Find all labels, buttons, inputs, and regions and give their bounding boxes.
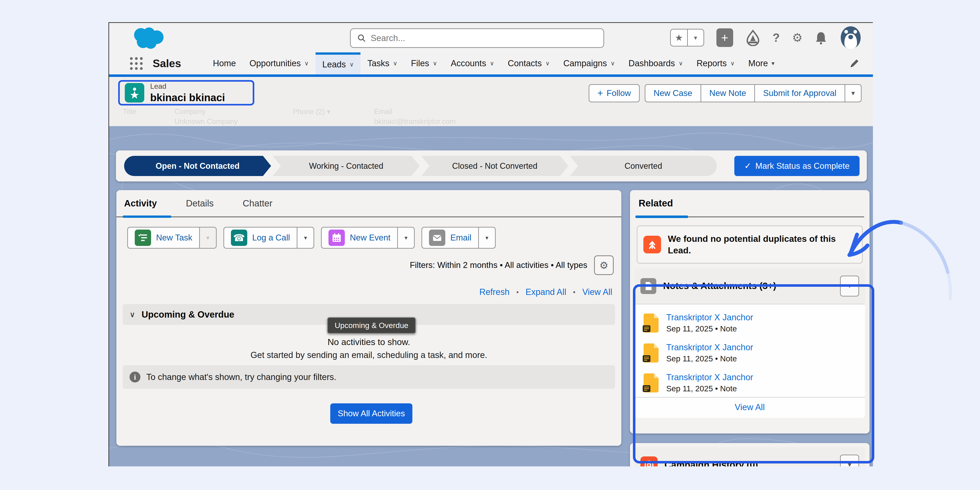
refresh-link[interactable]: Refresh [479, 287, 509, 297]
nav-item-accounts[interactable]: Accounts∨ [444, 52, 501, 75]
new-task-button[interactable]: New Task [128, 228, 199, 248]
new-task-button-group: New Task ▾ [127, 227, 216, 249]
path-stage-working[interactable]: Working - Contacted [273, 156, 420, 176]
campaign-history-header: Campaign History (0) ▼ [635, 447, 865, 466]
global-search[interactable] [350, 29, 604, 48]
favorites-star-icon[interactable]: ★ [671, 30, 687, 46]
record-action-buttons: + Follow New Case New Note Submit for Ap… [589, 84, 862, 102]
campaign-icon [640, 457, 658, 467]
note-list-item: Transkriptor X Janchor Sep 11, 2025 • No… [642, 313, 753, 333]
note-type-icon [642, 313, 660, 333]
view-all-link[interactable]: View All [582, 287, 612, 297]
campaign-history-dropdown[interactable]: ▼ [840, 455, 859, 467]
user-avatar[interactable] [839, 26, 862, 49]
note-type-icon [642, 343, 660, 363]
search-icon [357, 33, 366, 43]
nav-item-home[interactable]: Home [206, 52, 242, 75]
note-meta: Sep 11, 2025 • Note [666, 384, 753, 393]
chevron-down-icon[interactable]: ∨ [349, 61, 354, 68]
follow-button[interactable]: + Follow [589, 84, 640, 102]
tab-details[interactable]: Details [186, 198, 214, 208]
info-icon: i [129, 372, 140, 382]
nav-item-leads[interactable]: Leads∨ [315, 52, 361, 75]
submit-for-approval-button[interactable]: Submit for Approval [754, 85, 845, 102]
help-icon[interactable]: ? [773, 31, 780, 45]
nav-item-campaigns[interactable]: Campaigns∨ [557, 52, 622, 75]
favorites-button[interactable]: ★ ▾ [670, 29, 704, 46]
note-list-item: Transkriptor X Janchor Sep 11, 2025 • No… [642, 342, 753, 363]
global-actions-icon[interactable]: + [716, 29, 733, 47]
guidance-center-icon[interactable] [745, 29, 760, 46]
email-button-group: Email ▾ [422, 227, 496, 249]
notes-view-all-link[interactable]: View All [735, 402, 765, 412]
record-tabs: Activity Details Chatter [116, 190, 621, 217]
nav-item-dashboards[interactable]: Dashboards∨ [622, 52, 690, 75]
nav-item-files[interactable]: Files∨ [404, 52, 444, 75]
chevron-down-icon: ∨ [129, 310, 135, 319]
record-body: Open - Not Contacted Working - Contacted… [109, 126, 873, 466]
mark-status-complete-button[interactable]: ✓ Mark Status as Complete [734, 156, 859, 176]
notes-attachments-dropdown[interactable]: ▼ [840, 275, 859, 296]
plus-icon: + [598, 88, 603, 99]
check-icon: ✓ [744, 161, 751, 171]
salesforce-logo [129, 25, 170, 53]
path-stages: Open - Not Contacted Working - Contacted… [124, 156, 717, 176]
note-list-item: Transkriptor X Janchor Sep 11, 2025 • No… [642, 372, 753, 393]
note-link[interactable]: Transkriptor X Janchor [666, 342, 753, 352]
new-case-button[interactable]: New Case [645, 85, 700, 102]
list-divider [635, 397, 865, 398]
tab-chatter[interactable]: Chatter [243, 198, 272, 208]
sales-path-card: Open - Not Contacted Working - Contacted… [116, 150, 867, 181]
show-all-activities-button[interactable]: Show All Activities [330, 403, 412, 424]
note-link[interactable]: Transkriptor X Janchor [666, 313, 753, 322]
favorites-dropdown-icon[interactable]: ▾ [687, 30, 703, 46]
notifications-bell-icon[interactable] [815, 31, 827, 45]
empty-state-hint: Get started by sending an email, schedul… [116, 350, 621, 360]
lead-record-header: Title Company Phone (2) ▾ Email Unknown … [109, 77, 873, 126]
app-navigation: Sales Home Opportunities∨ Leads∨ Tasks∨ … [109, 52, 873, 75]
note-link[interactable]: Transkriptor X Janchor [666, 372, 753, 382]
nav-item-tasks[interactable]: Tasks∨ [361, 52, 404, 75]
email-button[interactable]: Email [422, 228, 478, 248]
new-note-button[interactable]: New Note [700, 85, 754, 102]
path-stage-converted[interactable]: Converted [570, 156, 717, 176]
nav-item-reports[interactable]: Reports∨ [690, 52, 741, 75]
header-icon-bar: ★ ▾ + ? ⚙ [670, 23, 862, 52]
duplicates-message: We found no potential duplicates of this… [668, 233, 856, 256]
tab-related[interactable]: Related [639, 198, 673, 209]
email-dropdown[interactable]: ▾ [478, 228, 495, 248]
chevron-down-icon: ∨ [304, 60, 309, 67]
log-a-call-button-group: ☎ Log a Call ▾ [223, 227, 314, 249]
tab-activity[interactable]: Activity [124, 198, 157, 208]
activity-filters-summary: Filters: Within 2 months • All activitie… [410, 261, 587, 270]
nav-item-more[interactable]: More▾ [741, 52, 781, 75]
path-stage-open[interactable]: Open - Not Contacted [124, 156, 271, 176]
salesforce-window: ★ ▾ + ? ⚙ [108, 22, 873, 466]
new-task-dropdown[interactable]: ▾ [199, 228, 216, 248]
activity-settings-button[interactable]: ⚙ [594, 255, 614, 275]
edit-nav-pencil-icon[interactable] [848, 57, 860, 69]
lead-object-icon [125, 83, 144, 103]
new-event-dropdown[interactable]: ▾ [397, 228, 414, 248]
new-event-button[interactable]: New Event [322, 228, 397, 248]
path-stage-closed[interactable]: Closed - Not Converted [421, 156, 568, 176]
expand-all-link[interactable]: Expand All [526, 287, 566, 297]
filters-notice-text: To change what's shown, try changing you… [146, 372, 336, 382]
annotation-highlight-record-title: Lead bkinaci bkinaci [118, 80, 254, 105]
field-title-label: Title [123, 107, 136, 116]
empty-state-title: No activities to show. [116, 337, 621, 347]
nav-item-opportunities[interactable]: Opportunities∨ [243, 52, 315, 75]
log-a-call-button[interactable]: ☎ Log a Call [224, 228, 297, 248]
app-launcher-icon[interactable] [129, 56, 143, 71]
global-header: ★ ▾ + ? ⚙ [109, 23, 873, 52]
nav-item-contacts[interactable]: Contacts∨ [501, 52, 557, 75]
more-actions-dropdown[interactable]: ▼ [845, 85, 861, 102]
chevron-down-icon: ∨ [433, 60, 437, 67]
setup-gear-icon[interactable]: ⚙ [792, 31, 803, 45]
triangle-down-icon: ▾ [772, 60, 775, 67]
chevron-down-icon: ∨ [611, 60, 615, 67]
new-event-button-group: New Event ▾ [321, 227, 415, 249]
log-a-call-dropdown[interactable]: ▾ [297, 228, 313, 248]
search-input[interactable] [371, 33, 575, 43]
field-company-label: Company [175, 107, 205, 116]
